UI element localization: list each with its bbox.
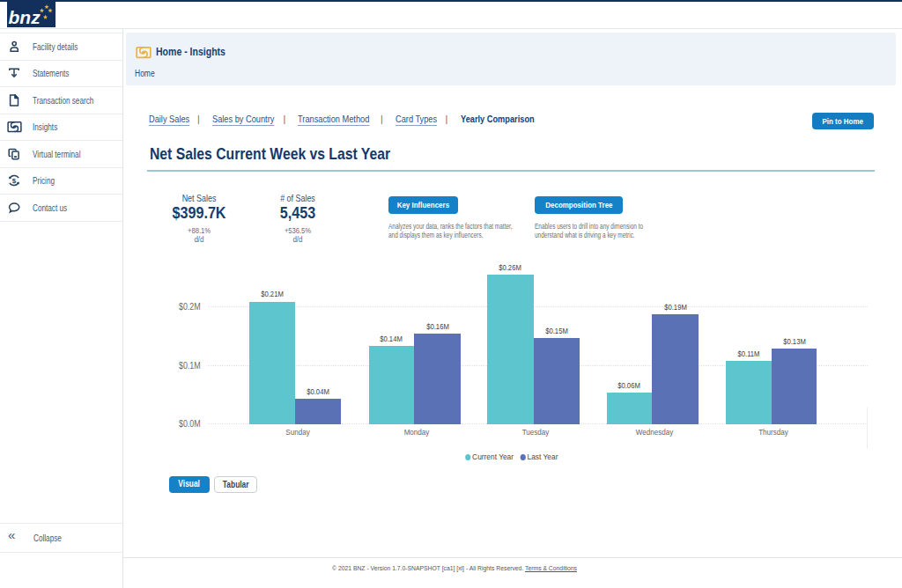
svg-text:$: $ <box>12 177 17 185</box>
svg-text:bnz: bnz <box>9 7 41 27</box>
